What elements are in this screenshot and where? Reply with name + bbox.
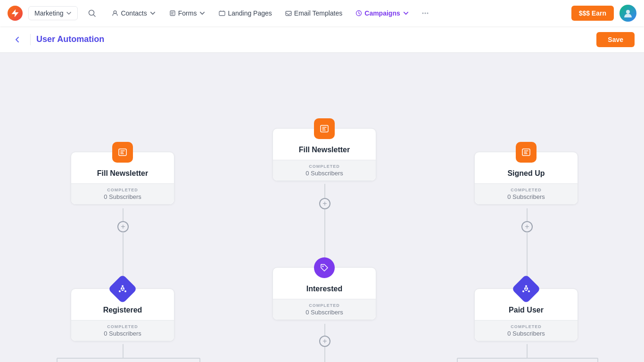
add-step-center-1[interactable]: + [319, 198, 330, 209]
nav-contacts[interactable]: Contacts [106, 6, 161, 21]
nav-landing-pages-label: Landing Pages [228, 9, 272, 17]
node-count: 0 Subscribers [281, 170, 368, 177]
nav-email-templates-label: Email Templates [294, 9, 342, 17]
svg-point-30 [122, 285, 124, 287]
chevron-down-icon [66, 10, 72, 16]
node-interested[interactable]: Interested COMPLETED 0 Subscribers [272, 267, 376, 320]
node-title: Registered [79, 306, 166, 314]
node-status: COMPLETED [79, 324, 166, 329]
nav-campaigns[interactable]: Campaigns [350, 6, 414, 21]
node-count: 0 Subscribers [79, 193, 166, 200]
workspace-label: Marketing [34, 9, 63, 17]
page-title: User Automation [36, 34, 591, 44]
node-title: Fill Newsletter [79, 169, 166, 178]
node-title: Fill Newsletter [281, 146, 368, 154]
more-options-button[interactable] [417, 5, 434, 22]
svg-point-32 [124, 290, 126, 292]
svg-point-7 [424, 13, 426, 14]
add-step-button-left-1[interactable]: + [117, 221, 129, 232]
node-count: 0 Subscribers [482, 330, 570, 337]
nav-forms-label: Forms [178, 9, 197, 17]
svg-rect-3 [219, 11, 225, 16]
svg-point-38 [522, 290, 524, 292]
svg-point-37 [525, 285, 527, 287]
nav-landing-pages[interactable]: Landing Pages [213, 6, 277, 21]
chevron-icon [403, 10, 409, 16]
node-paid-user[interactable]: Paid User COMPLETED 0 Subscribers [474, 288, 578, 341]
main-header: Marketing Contacts Forms Landing Pages E… [0, 0, 644, 26]
svg-point-31 [119, 290, 121, 292]
node-registered[interactable]: Registered COMPLETED 0 Subscribers [71, 288, 174, 341]
node-count: 0 Subscribers [281, 309, 368, 316]
node-status: COMPLETED [482, 188, 570, 192]
node-count: 0 Subscribers [79, 330, 166, 337]
add-step-center-2[interactable]: + [319, 336, 330, 347]
nav-email-templates[interactable]: Email Templates [280, 6, 348, 21]
node-title: Signed Up [482, 169, 570, 178]
newsletter-icon-signed-up [516, 142, 537, 163]
main-nav: Contacts Forms Landing Pages Email Templ… [106, 5, 565, 22]
tag-icon-interested [314, 257, 335, 278]
nav-forms[interactable]: Forms [164, 6, 212, 21]
newsletter-icon-center [314, 118, 335, 139]
svg-point-8 [427, 13, 428, 14]
app-logo [8, 6, 23, 21]
earn-button[interactable]: $$$ Earn [571, 6, 614, 21]
workspace-selector[interactable]: Marketing [28, 6, 78, 20]
node-fill-newsletter-center[interactable]: Fill Newsletter COMPLETED 0 Subscribers [272, 128, 376, 181]
svg-point-6 [422, 13, 423, 14]
node-status: COMPLETED [281, 303, 368, 308]
node-count: 0 Subscribers [482, 193, 570, 200]
search-button[interactable] [83, 5, 100, 22]
node-fill-newsletter-left[interactable]: Fill Newsletter COMPLETED 0 Subscribers [71, 152, 174, 205]
newsletter-icon-left [112, 142, 133, 163]
svg-point-34 [322, 266, 324, 267]
back-button[interactable] [9, 32, 25, 47]
node-title: Interested [281, 285, 368, 293]
chevron-icon [199, 10, 206, 16]
nav-contacts-label: Contacts [121, 9, 147, 17]
svg-point-39 [528, 290, 530, 292]
node-status: COMPLETED [79, 188, 166, 192]
divider [30, 34, 31, 45]
node-status: COMPLETED [482, 324, 570, 329]
nav-campaigns-label: Campaigns [364, 9, 400, 17]
sub-header: User Automation Save [0, 26, 644, 53]
save-button[interactable]: Save [596, 32, 635, 47]
node-signed-up[interactable]: Signed Up COMPLETED 0 Subscribers [474, 152, 578, 205]
svg-point-0 [89, 10, 94, 16]
svg-point-9 [626, 10, 630, 14]
avatar[interactable] [619, 5, 636, 22]
node-title: Paid User [482, 306, 570, 314]
add-step-right-1[interactable]: + [521, 221, 533, 232]
automation-canvas: Fill Newsletter COMPLETED 0 Subscribers … [0, 53, 644, 362]
node-status: COMPLETED [281, 164, 368, 169]
chevron-icon [149, 10, 156, 16]
